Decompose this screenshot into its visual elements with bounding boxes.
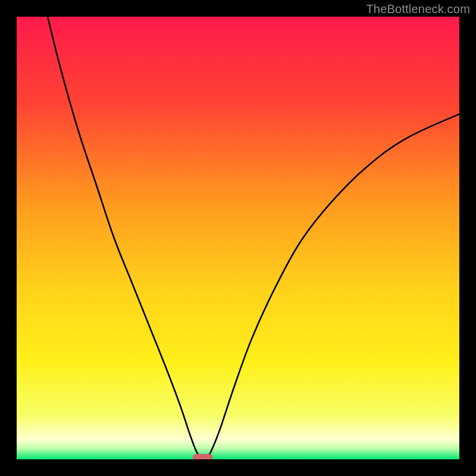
bottleneck-chart — [17, 17, 459, 459]
gradient-background — [17, 17, 459, 459]
min-marker-pill — [193, 454, 212, 459]
chart-frame — [17, 17, 459, 459]
watermark-text: TheBottleneck.com — [366, 2, 470, 16]
minimum-marker — [193, 454, 212, 459]
